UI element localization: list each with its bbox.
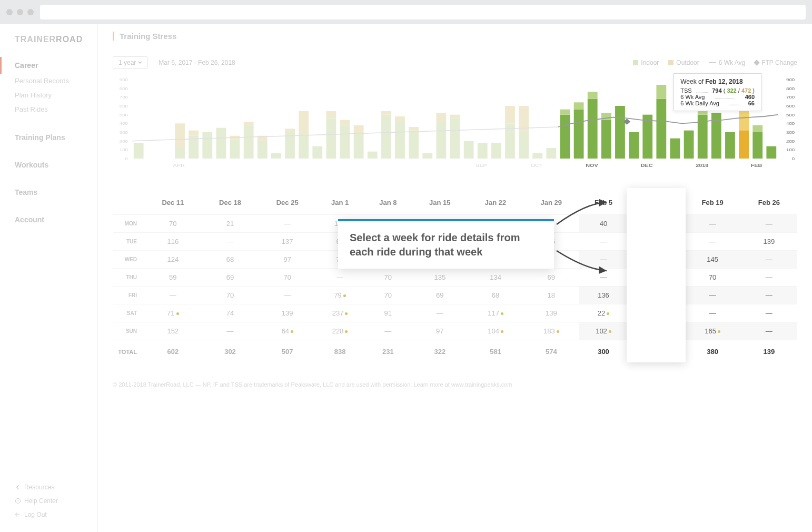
table-cell[interactable]: — (741, 269, 797, 287)
table-cell[interactable]: 145 (685, 251, 741, 269)
table-cell[interactable]: — (144, 287, 202, 304)
table-header[interactable]: Feb 26 (741, 190, 797, 215)
table-cell[interactable]: 70 (685, 269, 741, 287)
table-cell[interactable]: — (741, 287, 797, 304)
table-cell[interactable]: — (364, 322, 412, 340)
table-cell[interactable]: 70 (259, 269, 316, 287)
table-cell[interactable]: 137 (259, 233, 316, 251)
sidebar-logout[interactable]: Log Out (0, 508, 97, 521)
table-cell[interactable]: 139 (741, 233, 797, 251)
zoom-icon[interactable] (27, 9, 34, 15)
svg-text:FEB: FEB (751, 163, 763, 168)
table-cell[interactable]: 18 (523, 287, 579, 304)
table-cell[interactable]: 237 (316, 304, 364, 322)
table-cell[interactable]: — (628, 215, 684, 233)
table-cell[interactable]: 74 (202, 304, 259, 322)
table-cell[interactable]: 68 (202, 251, 259, 269)
table-cell[interactable]: 97 (259, 251, 316, 269)
table-cell[interactable]: — (202, 233, 259, 251)
table-cell[interactable]: 69 (628, 251, 684, 269)
table-cell[interactable]: 139 (259, 304, 316, 322)
table-cell[interactable]: 21 (202, 215, 259, 233)
table-cell[interactable]: 59 (144, 269, 202, 287)
svg-rect-78 (642, 115, 652, 159)
sidebar-item-teams[interactable]: Teams (0, 184, 97, 201)
table-cell[interactable]: 70 (144, 215, 202, 233)
arrow-to-table (554, 245, 612, 279)
svg-rect-42 (326, 111, 336, 118)
table-cell[interactable]: 68 (468, 287, 523, 304)
minimize-icon[interactable] (17, 9, 23, 15)
table-cell[interactable]: 124 (144, 251, 202, 269)
sidebar-resources[interactable]: Resources (0, 480, 97, 494)
table-cell[interactable]: — (741, 304, 797, 322)
table-cell[interactable]: 136 (579, 287, 628, 304)
table-cell[interactable]: 70 (202, 287, 259, 304)
table-cell[interactable]: — (259, 287, 316, 304)
table-cell[interactable]: 25 (628, 287, 684, 304)
svg-text:APR: APR (173, 163, 184, 168)
tss-week-table[interactable]: Dec 11Dec 18Dec 25Jan 1Jan 8Jan 15Jan 22… (113, 190, 797, 360)
table-cell[interactable]: — (685, 215, 741, 233)
sidebar-item-career[interactable]: Career (0, 57, 97, 74)
table-cell[interactable]: — (685, 304, 741, 322)
table-cell[interactable]: 139 (523, 304, 579, 322)
table-cell[interactable]: 152 (144, 322, 202, 340)
table-cell[interactable]: — (741, 322, 797, 340)
table-cell[interactable]: 116 (628, 269, 684, 287)
table-cell[interactable]: 165 (685, 322, 741, 340)
table-cell[interactable]: 69 (412, 287, 468, 304)
table-header[interactable]: Dec 18 (202, 190, 259, 215)
table-cell[interactable]: 97 (412, 322, 468, 340)
table-cell[interactable]: 228 (316, 322, 364, 340)
table-header[interactable]: Jan 22 (468, 190, 523, 215)
address-bar[interactable] (40, 5, 806, 19)
svg-rect-28 (216, 128, 226, 159)
table-header-selected[interactable]: Week ofFeb 12 (628, 190, 684, 215)
table-cell[interactable]: — (685, 233, 741, 251)
sidebar-sub-past-rides[interactable]: Past Rides (0, 102, 97, 116)
table-cell[interactable]: 91 (364, 304, 412, 322)
table-cell[interactable]: 117 (468, 304, 523, 322)
table-cell[interactable]: — (259, 215, 316, 233)
table-cell[interactable]: 69 (202, 269, 259, 287)
table-header[interactable]: Jan 1 (316, 190, 364, 215)
table-cell[interactable]: 186 (628, 304, 684, 322)
table-cell[interactable]: — (741, 215, 797, 233)
table-cell[interactable]: — (685, 287, 741, 304)
table-cell[interactable]: — (202, 322, 259, 340)
table-cell[interactable]: 116 (144, 233, 202, 251)
close-icon[interactable] (6, 9, 13, 15)
table-cell[interactable]: 22 (579, 304, 628, 322)
table-cell[interactable]: — (412, 304, 468, 322)
table-cell[interactable]: 134 (468, 269, 523, 287)
sidebar-item-account[interactable]: Account (0, 211, 97, 228)
table-cell[interactable]: 183 (523, 322, 579, 340)
table-header[interactable]: Jan 8 (364, 190, 412, 215)
table-cell[interactable]: — (741, 251, 797, 269)
sidebar-help-center[interactable]: ? Help Center (0, 494, 97, 508)
range-dropdown[interactable]: 1 year (113, 56, 148, 69)
svg-text:0: 0 (792, 156, 795, 161)
sidebar-sub-plan-history[interactable]: Plan History (0, 88, 97, 102)
table-cell[interactable]: 137 (628, 233, 684, 251)
sidebar-sub-personal-records[interactable]: Personal Records (0, 74, 97, 88)
table-cell[interactable]: 79 (316, 287, 364, 304)
table-cell[interactable]: 104 (468, 322, 523, 340)
table-cell[interactable]: 64 (259, 322, 316, 340)
sidebar-item-training-plans[interactable]: Training Plans (0, 129, 97, 146)
table-total-cell: 139 (741, 340, 797, 361)
tss-chart[interactable]: 0100200300400500600700800900010020030040… (113, 74, 797, 169)
table-header[interactable]: Dec 25 (259, 190, 316, 215)
table-cell[interactable]: 71 (144, 304, 202, 322)
table-cell[interactable]: 135 (412, 269, 468, 287)
table-header[interactable]: Dec 11 (144, 190, 202, 215)
table-cell[interactable]: 70 (364, 287, 412, 304)
table-cell[interactable]: 102 (579, 322, 628, 340)
table-cell[interactable]: — (316, 269, 364, 287)
sidebar-item-workouts[interactable]: Workouts (0, 156, 97, 173)
table-cell[interactable]: 70 (364, 269, 412, 287)
table-cell[interactable]: 261 (628, 322, 684, 340)
table-header[interactable]: Jan 15 (412, 190, 468, 215)
table-header[interactable]: Feb 19 (685, 190, 741, 215)
